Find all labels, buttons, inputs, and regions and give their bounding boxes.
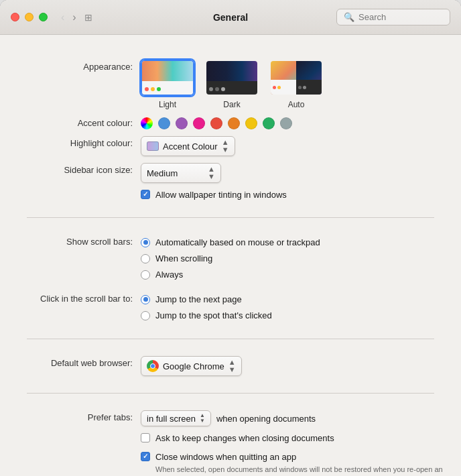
- appearance-thumbnails: Light: [141, 60, 323, 109]
- grid-icon[interactable]: ⊞: [84, 12, 92, 23]
- default-web-browser-dropdown[interactable]: Google Chrome ▲ ▼: [141, 356, 242, 376]
- scroll-auto-label: Automatically based on mouse or trackpad: [155, 237, 320, 247]
- sidebar-icon-size-dropdown[interactable]: Medium ▲ ▼: [141, 163, 221, 183]
- accent-colour-content: [141, 116, 448, 129]
- theme-label-auto: Auto: [288, 100, 305, 109]
- ask-keep-changes-row: Ask to keep changes when closing documen…: [0, 430, 461, 447]
- wallpaper-tinting-row: Allow wallpaper tinting in windows: [0, 186, 461, 204]
- dropdown-arrows-highlight: ▲ ▼: [222, 139, 229, 154]
- show-scroll-bars-content: Automatically based on mouse or trackpad…: [141, 235, 448, 281]
- window-title: General: [213, 12, 248, 23]
- sidebar-icon-size-value: Medium: [147, 168, 178, 178]
- accent-red[interactable]: [210, 117, 222, 129]
- close-windows-label: Close windows when quitting an app: [155, 452, 296, 462]
- maximize-button[interactable]: [39, 13, 48, 21]
- show-scroll-bars-label: Show scroll bars:: [13, 235, 141, 248]
- prefer-tabs-content: in full screen ▲ ▼ when opening document…: [141, 410, 448, 426]
- content: Appearance:: [0, 35, 461, 476]
- prefer-tabs-label: Prefer tabs:: [13, 410, 141, 424]
- click-next-page-radio[interactable]: [141, 295, 150, 304]
- accent-yellow[interactable]: [245, 117, 257, 129]
- scroll-always-label: Always: [155, 270, 183, 280]
- scroll-scrolling-label: When scrolling: [155, 253, 212, 263]
- highlight-colour-label: Highlight colour:: [13, 136, 141, 150]
- highlight-swatch: [147, 141, 159, 151]
- minimize-button[interactable]: [25, 13, 34, 21]
- default-web-browser-value: Google Chrome: [163, 361, 224, 371]
- scroll-scrolling-radio[interactable]: [141, 254, 150, 263]
- theme-option-auto[interactable]: Auto: [269, 60, 323, 109]
- click-next-page-row: Jump to the next page: [141, 293, 272, 306]
- show-scroll-bars-row: Show scroll bars: Automatically based on…: [0, 231, 461, 284]
- click-spot-label: Jump to the spot that's clicked: [155, 310, 272, 320]
- dropdown-arrows-sidebar: ▲ ▼: [208, 166, 215, 180]
- scroll-always-radio[interactable]: [141, 270, 150, 280]
- prefer-tabs-dropdown[interactable]: in full screen ▲ ▼: [141, 410, 211, 426]
- divider-3: [27, 393, 434, 394]
- accent-pink[interactable]: [193, 117, 205, 129]
- sidebar-icon-size-label: Sidebar icon size:: [13, 163, 141, 176]
- scroll-bars-section: Show scroll bars: Automatically based on…: [0, 226, 461, 331]
- click-scroll-radio-group: Jump to the next page Jump to the spot t…: [141, 292, 272, 322]
- appearance-row: Appearance:: [0, 56, 461, 113]
- ask-keep-changes-checkbox[interactable]: [141, 433, 150, 442]
- divider-2: [27, 339, 434, 339]
- search-input[interactable]: [358, 12, 443, 22]
- close-windows-subtext: When selected, open documents and window…: [155, 465, 448, 476]
- accent-colour-label: Accent colour:: [13, 116, 141, 129]
- theme-option-dark[interactable]: Dark: [205, 60, 259, 109]
- wallpaper-tinting-label: Allow wallpaper tinting in windows: [155, 189, 287, 201]
- highlight-colour-value: Accent Colour: [163, 141, 218, 152]
- theme-label-light: Light: [159, 100, 176, 109]
- close-windows-checkbox[interactable]: [141, 452, 150, 461]
- stepper-buttons: ▲ ▼: [200, 413, 205, 424]
- sidebar-icon-size-content: Medium ▲ ▼: [141, 163, 448, 183]
- sidebar-icon-size-row: Sidebar icon size: Medium ▲ ▼: [0, 160, 461, 186]
- default-web-browser-row: Default web browser: Google Chrome ▲ ▼: [0, 353, 461, 379]
- content-wrapper: Appearance:: [0, 35, 461, 476]
- accent-multicolor[interactable]: [141, 117, 153, 129]
- theme-thumb-light[interactable]: [141, 60, 194, 96]
- accent-colors: [141, 116, 292, 129]
- scroll-auto-radio[interactable]: [141, 238, 150, 247]
- stepper-down[interactable]: ▼: [200, 418, 205, 424]
- forward-button[interactable]: ›: [70, 11, 78, 24]
- tabs-section: Prefer tabs: in full screen ▲ ▼ when ope…: [0, 402, 461, 476]
- appearance-label: Appearance:: [13, 60, 141, 73]
- traffic-lights: [11, 13, 48, 21]
- accent-blue[interactable]: [158, 117, 170, 129]
- highlight-colour-dropdown[interactable]: Accent Colour ▲ ▼: [141, 136, 235, 156]
- scroll-always-row: Always: [141, 268, 320, 281]
- appearance-section: Appearance:: [0, 51, 461, 209]
- web-browser-section: Default web browser: Google Chrome ▲ ▼: [0, 347, 461, 385]
- divider-1: [27, 217, 434, 218]
- default-web-browser-content: Google Chrome ▲ ▼: [141, 356, 448, 376]
- accent-orange[interactable]: [228, 117, 240, 129]
- accent-purple[interactable]: [176, 117, 188, 129]
- close-windows-row: Close windows when quitting an app When …: [0, 448, 461, 476]
- close-windows-text: Close windows when quitting an app When …: [155, 451, 448, 476]
- theme-thumb-dark[interactable]: [205, 60, 259, 96]
- theme-option-light[interactable]: Light: [141, 60, 194, 109]
- highlight-colour-row: Highlight colour: Accent Colour ▲ ▼: [0, 133, 461, 160]
- highlight-colour-content: Accent Colour ▲ ▼: [141, 136, 448, 156]
- theme-label-dark: Dark: [223, 100, 240, 109]
- appearance-content: Light: [141, 60, 448, 109]
- nav-arrows: ‹ ›: [58, 11, 79, 24]
- accent-gray[interactable]: [280, 117, 292, 129]
- back-button[interactable]: ‹: [58, 11, 67, 24]
- accent-green[interactable]: [263, 117, 275, 129]
- search-icon: 🔍: [344, 12, 354, 22]
- window: ‹ › ⊞ General 🔍 Appearance:: [0, 0, 461, 476]
- click-spot-row: Jump to the spot that's clicked: [141, 309, 272, 322]
- prefer-tabs-value: in full screen: [147, 414, 196, 424]
- click-spot-radio[interactable]: [141, 311, 150, 320]
- prefer-tabs-suffix: when opening documents: [216, 414, 316, 424]
- theme-thumb-auto[interactable]: [269, 60, 323, 96]
- close-button[interactable]: [11, 13, 19, 21]
- click-next-page-label: Jump to the next page: [155, 294, 242, 304]
- search-box[interactable]: 🔍: [336, 9, 450, 25]
- wallpaper-tinting-checkbox[interactable]: [141, 190, 150, 199]
- titlebar: ‹ › ⊞ General 🔍: [0, 0, 461, 35]
- chrome-icon: [147, 360, 159, 372]
